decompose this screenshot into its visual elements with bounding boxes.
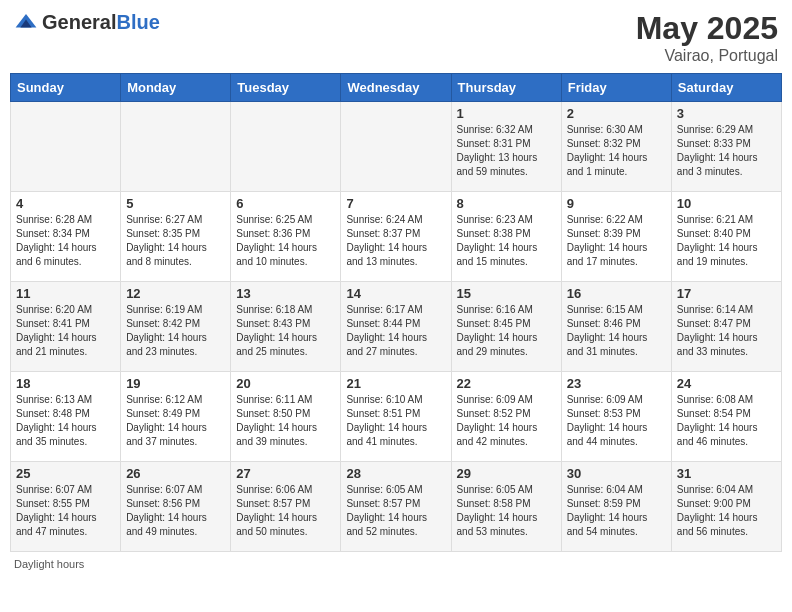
header-thursday: Thursday	[451, 74, 561, 102]
day-info: Sunrise: 6:09 AM Sunset: 8:52 PM Dayligh…	[457, 393, 556, 449]
calendar-cell: 12Sunrise: 6:19 AM Sunset: 8:42 PM Dayli…	[121, 282, 231, 372]
day-number: 28	[346, 466, 445, 481]
calendar-cell: 21Sunrise: 6:10 AM Sunset: 8:51 PM Dayli…	[341, 372, 451, 462]
calendar-cell	[341, 102, 451, 192]
day-number: 26	[126, 466, 225, 481]
day-number: 25	[16, 466, 115, 481]
week-row-2: 4Sunrise: 6:28 AM Sunset: 8:34 PM Daylig…	[11, 192, 782, 282]
logo: GeneralBlue	[14, 10, 160, 34]
calendar-cell: 29Sunrise: 6:05 AM Sunset: 8:58 PM Dayli…	[451, 462, 561, 552]
calendar-cell: 16Sunrise: 6:15 AM Sunset: 8:46 PM Dayli…	[561, 282, 671, 372]
day-info: Sunrise: 6:04 AM Sunset: 9:00 PM Dayligh…	[677, 483, 776, 539]
page-header: GeneralBlue May 2025 Vairao, Portugal	[10, 10, 782, 65]
day-info: Sunrise: 6:12 AM Sunset: 8:49 PM Dayligh…	[126, 393, 225, 449]
day-info: Sunrise: 6:10 AM Sunset: 8:51 PM Dayligh…	[346, 393, 445, 449]
logo-blue: Blue	[116, 11, 159, 33]
header-tuesday: Tuesday	[231, 74, 341, 102]
calendar-cell: 19Sunrise: 6:12 AM Sunset: 8:49 PM Dayli…	[121, 372, 231, 462]
day-number: 2	[567, 106, 666, 121]
calendar-cell: 8Sunrise: 6:23 AM Sunset: 8:38 PM Daylig…	[451, 192, 561, 282]
day-info: Sunrise: 6:22 AM Sunset: 8:39 PM Dayligh…	[567, 213, 666, 269]
day-number: 16	[567, 286, 666, 301]
month-title: May 2025	[636, 10, 778, 47]
day-info: Sunrise: 6:16 AM Sunset: 8:45 PM Dayligh…	[457, 303, 556, 359]
day-number: 10	[677, 196, 776, 211]
logo-icon	[14, 10, 38, 34]
calendar-cell: 5Sunrise: 6:27 AM Sunset: 8:35 PM Daylig…	[121, 192, 231, 282]
week-row-3: 11Sunrise: 6:20 AM Sunset: 8:41 PM Dayli…	[11, 282, 782, 372]
footer-note: Daylight hours	[10, 558, 782, 570]
day-number: 9	[567, 196, 666, 211]
week-row-1: 1Sunrise: 6:32 AM Sunset: 8:31 PM Daylig…	[11, 102, 782, 192]
calendar-cell: 31Sunrise: 6:04 AM Sunset: 9:00 PM Dayli…	[671, 462, 781, 552]
calendar-cell: 14Sunrise: 6:17 AM Sunset: 8:44 PM Dayli…	[341, 282, 451, 372]
calendar-cell: 1Sunrise: 6:32 AM Sunset: 8:31 PM Daylig…	[451, 102, 561, 192]
header-friday: Friday	[561, 74, 671, 102]
day-number: 3	[677, 106, 776, 121]
header-monday: Monday	[121, 74, 231, 102]
calendar-cell: 23Sunrise: 6:09 AM Sunset: 8:53 PM Dayli…	[561, 372, 671, 462]
title-block: May 2025 Vairao, Portugal	[636, 10, 778, 65]
day-info: Sunrise: 6:09 AM Sunset: 8:53 PM Dayligh…	[567, 393, 666, 449]
day-info: Sunrise: 6:14 AM Sunset: 8:47 PM Dayligh…	[677, 303, 776, 359]
day-number: 6	[236, 196, 335, 211]
logo-text: GeneralBlue	[42, 11, 160, 34]
calendar-cell: 11Sunrise: 6:20 AM Sunset: 8:41 PM Dayli…	[11, 282, 121, 372]
day-info: Sunrise: 6:20 AM Sunset: 8:41 PM Dayligh…	[16, 303, 115, 359]
day-number: 24	[677, 376, 776, 391]
day-info: Sunrise: 6:32 AM Sunset: 8:31 PM Dayligh…	[457, 123, 556, 179]
day-info: Sunrise: 6:04 AM Sunset: 8:59 PM Dayligh…	[567, 483, 666, 539]
day-info: Sunrise: 6:25 AM Sunset: 8:36 PM Dayligh…	[236, 213, 335, 269]
day-number: 1	[457, 106, 556, 121]
calendar-cell	[11, 102, 121, 192]
day-number: 15	[457, 286, 556, 301]
day-number: 21	[346, 376, 445, 391]
calendar-cell: 6Sunrise: 6:25 AM Sunset: 8:36 PM Daylig…	[231, 192, 341, 282]
day-info: Sunrise: 6:07 AM Sunset: 8:55 PM Dayligh…	[16, 483, 115, 539]
calendar-cell: 26Sunrise: 6:07 AM Sunset: 8:56 PM Dayli…	[121, 462, 231, 552]
location: Vairao, Portugal	[636, 47, 778, 65]
calendar-cell: 24Sunrise: 6:08 AM Sunset: 8:54 PM Dayli…	[671, 372, 781, 462]
calendar-cell: 15Sunrise: 6:16 AM Sunset: 8:45 PM Dayli…	[451, 282, 561, 372]
calendar-cell: 22Sunrise: 6:09 AM Sunset: 8:52 PM Dayli…	[451, 372, 561, 462]
day-info: Sunrise: 6:06 AM Sunset: 8:57 PM Dayligh…	[236, 483, 335, 539]
calendar-cell: 2Sunrise: 6:30 AM Sunset: 8:32 PM Daylig…	[561, 102, 671, 192]
day-info: Sunrise: 6:18 AM Sunset: 8:43 PM Dayligh…	[236, 303, 335, 359]
day-number: 7	[346, 196, 445, 211]
calendar-cell: 7Sunrise: 6:24 AM Sunset: 8:37 PM Daylig…	[341, 192, 451, 282]
day-number: 11	[16, 286, 115, 301]
day-number: 20	[236, 376, 335, 391]
header-wednesday: Wednesday	[341, 74, 451, 102]
day-info: Sunrise: 6:21 AM Sunset: 8:40 PM Dayligh…	[677, 213, 776, 269]
day-info: Sunrise: 6:05 AM Sunset: 8:57 PM Dayligh…	[346, 483, 445, 539]
header-sunday: Sunday	[11, 74, 121, 102]
day-number: 19	[126, 376, 225, 391]
day-number: 4	[16, 196, 115, 211]
header-row: SundayMondayTuesdayWednesdayThursdayFrid…	[11, 74, 782, 102]
day-info: Sunrise: 6:29 AM Sunset: 8:33 PM Dayligh…	[677, 123, 776, 179]
day-info: Sunrise: 6:05 AM Sunset: 8:58 PM Dayligh…	[457, 483, 556, 539]
calendar-cell: 25Sunrise: 6:07 AM Sunset: 8:55 PM Dayli…	[11, 462, 121, 552]
day-info: Sunrise: 6:11 AM Sunset: 8:50 PM Dayligh…	[236, 393, 335, 449]
day-number: 14	[346, 286, 445, 301]
calendar-cell: 13Sunrise: 6:18 AM Sunset: 8:43 PM Dayli…	[231, 282, 341, 372]
day-number: 12	[126, 286, 225, 301]
logo-general: General	[42, 11, 116, 33]
calendar-cell	[121, 102, 231, 192]
week-row-4: 18Sunrise: 6:13 AM Sunset: 8:48 PM Dayli…	[11, 372, 782, 462]
day-info: Sunrise: 6:07 AM Sunset: 8:56 PM Dayligh…	[126, 483, 225, 539]
day-info: Sunrise: 6:27 AM Sunset: 8:35 PM Dayligh…	[126, 213, 225, 269]
header-saturday: Saturday	[671, 74, 781, 102]
day-info: Sunrise: 6:23 AM Sunset: 8:38 PM Dayligh…	[457, 213, 556, 269]
day-number: 17	[677, 286, 776, 301]
day-info: Sunrise: 6:30 AM Sunset: 8:32 PM Dayligh…	[567, 123, 666, 179]
day-number: 27	[236, 466, 335, 481]
week-row-5: 25Sunrise: 6:07 AM Sunset: 8:55 PM Dayli…	[11, 462, 782, 552]
calendar-cell: 3Sunrise: 6:29 AM Sunset: 8:33 PM Daylig…	[671, 102, 781, 192]
calendar-cell: 17Sunrise: 6:14 AM Sunset: 8:47 PM Dayli…	[671, 282, 781, 372]
day-info: Sunrise: 6:17 AM Sunset: 8:44 PM Dayligh…	[346, 303, 445, 359]
calendar-cell: 28Sunrise: 6:05 AM Sunset: 8:57 PM Dayli…	[341, 462, 451, 552]
day-number: 18	[16, 376, 115, 391]
calendar-cell: 4Sunrise: 6:28 AM Sunset: 8:34 PM Daylig…	[11, 192, 121, 282]
calendar-cell: 30Sunrise: 6:04 AM Sunset: 8:59 PM Dayli…	[561, 462, 671, 552]
